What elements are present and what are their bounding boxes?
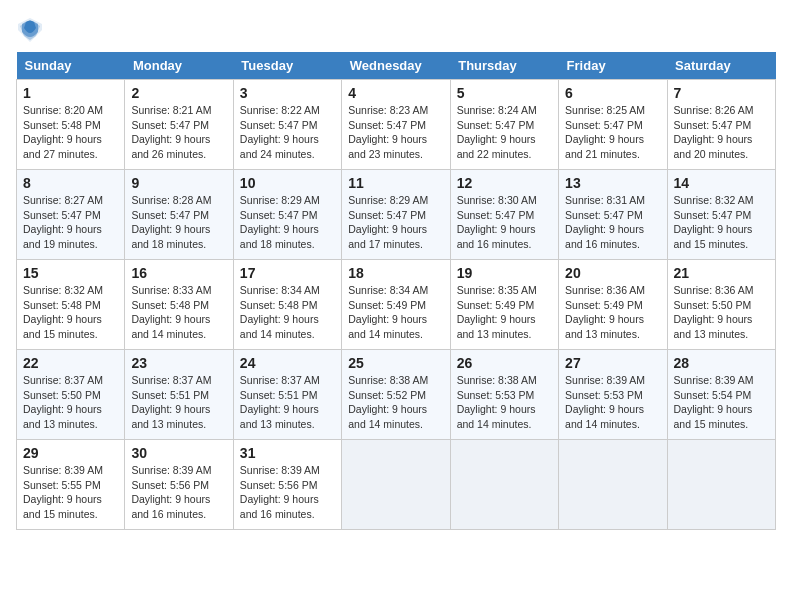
day-number: 11: [348, 175, 443, 191]
day-info: Sunrise: 8:39 AM Sunset: 5:53 PM Dayligh…: [565, 373, 660, 432]
day-number: 1: [23, 85, 118, 101]
calendar-cell: 9 Sunrise: 8:28 AM Sunset: 5:47 PM Dayli…: [125, 170, 233, 260]
weekday-header-thursday: Thursday: [450, 52, 558, 80]
day-info: Sunrise: 8:36 AM Sunset: 5:50 PM Dayligh…: [674, 283, 769, 342]
day-info: Sunrise: 8:38 AM Sunset: 5:52 PM Dayligh…: [348, 373, 443, 432]
calendar-cell: 2 Sunrise: 8:21 AM Sunset: 5:47 PM Dayli…: [125, 80, 233, 170]
weekday-header-saturday: Saturday: [667, 52, 775, 80]
day-info: Sunrise: 8:39 AM Sunset: 5:55 PM Dayligh…: [23, 463, 118, 522]
day-number: 17: [240, 265, 335, 281]
day-info: Sunrise: 8:37 AM Sunset: 5:51 PM Dayligh…: [240, 373, 335, 432]
day-info: Sunrise: 8:21 AM Sunset: 5:47 PM Dayligh…: [131, 103, 226, 162]
calendar-cell: 31 Sunrise: 8:39 AM Sunset: 5:56 PM Dayl…: [233, 440, 341, 530]
day-number: 2: [131, 85, 226, 101]
calendar-cell: 14 Sunrise: 8:32 AM Sunset: 5:47 PM Dayl…: [667, 170, 775, 260]
day-info: Sunrise: 8:22 AM Sunset: 5:47 PM Dayligh…: [240, 103, 335, 162]
day-info: Sunrise: 8:26 AM Sunset: 5:47 PM Dayligh…: [674, 103, 769, 162]
day-number: 21: [674, 265, 769, 281]
calendar-cell: 17 Sunrise: 8:34 AM Sunset: 5:48 PM Dayl…: [233, 260, 341, 350]
weekday-header-friday: Friday: [559, 52, 667, 80]
day-info: Sunrise: 8:20 AM Sunset: 5:48 PM Dayligh…: [23, 103, 118, 162]
day-number: 22: [23, 355, 118, 371]
weekday-header-tuesday: Tuesday: [233, 52, 341, 80]
day-info: Sunrise: 8:24 AM Sunset: 5:47 PM Dayligh…: [457, 103, 552, 162]
day-number: 20: [565, 265, 660, 281]
day-number: 30: [131, 445, 226, 461]
day-number: 19: [457, 265, 552, 281]
calendar-cell: 29 Sunrise: 8:39 AM Sunset: 5:55 PM Dayl…: [17, 440, 125, 530]
calendar-cell: 28 Sunrise: 8:39 AM Sunset: 5:54 PM Dayl…: [667, 350, 775, 440]
weekday-header-wednesday: Wednesday: [342, 52, 450, 80]
day-number: 18: [348, 265, 443, 281]
calendar-cell: 10 Sunrise: 8:29 AM Sunset: 5:47 PM Dayl…: [233, 170, 341, 260]
day-number: 4: [348, 85, 443, 101]
calendar-cell: 7 Sunrise: 8:26 AM Sunset: 5:47 PM Dayli…: [667, 80, 775, 170]
day-info: Sunrise: 8:37 AM Sunset: 5:51 PM Dayligh…: [131, 373, 226, 432]
calendar-cell: 1 Sunrise: 8:20 AM Sunset: 5:48 PM Dayli…: [17, 80, 125, 170]
page-header: [16, 16, 776, 44]
weekday-header-row: SundayMondayTuesdayWednesdayThursdayFrid…: [17, 52, 776, 80]
day-info: Sunrise: 8:23 AM Sunset: 5:47 PM Dayligh…: [348, 103, 443, 162]
day-number: 15: [23, 265, 118, 281]
day-info: Sunrise: 8:39 AM Sunset: 5:54 PM Dayligh…: [674, 373, 769, 432]
day-info: Sunrise: 8:30 AM Sunset: 5:47 PM Dayligh…: [457, 193, 552, 252]
calendar-week-row: 29 Sunrise: 8:39 AM Sunset: 5:55 PM Dayl…: [17, 440, 776, 530]
calendar-cell: [667, 440, 775, 530]
weekday-header-sunday: Sunday: [17, 52, 125, 80]
calendar-cell: 5 Sunrise: 8:24 AM Sunset: 5:47 PM Dayli…: [450, 80, 558, 170]
calendar-week-row: 15 Sunrise: 8:32 AM Sunset: 5:48 PM Dayl…: [17, 260, 776, 350]
day-number: 3: [240, 85, 335, 101]
day-info: Sunrise: 8:32 AM Sunset: 5:48 PM Dayligh…: [23, 283, 118, 342]
day-info: Sunrise: 8:36 AM Sunset: 5:49 PM Dayligh…: [565, 283, 660, 342]
day-info: Sunrise: 8:39 AM Sunset: 5:56 PM Dayligh…: [131, 463, 226, 522]
day-info: Sunrise: 8:29 AM Sunset: 5:47 PM Dayligh…: [348, 193, 443, 252]
day-info: Sunrise: 8:38 AM Sunset: 5:53 PM Dayligh…: [457, 373, 552, 432]
day-number: 25: [348, 355, 443, 371]
calendar-cell: 8 Sunrise: 8:27 AM Sunset: 5:47 PM Dayli…: [17, 170, 125, 260]
calendar-cell: [342, 440, 450, 530]
logo-icon: [16, 16, 44, 44]
calendar-cell: 30 Sunrise: 8:39 AM Sunset: 5:56 PM Dayl…: [125, 440, 233, 530]
day-number: 13: [565, 175, 660, 191]
day-number: 31: [240, 445, 335, 461]
calendar-cell: 26 Sunrise: 8:38 AM Sunset: 5:53 PM Dayl…: [450, 350, 558, 440]
day-info: Sunrise: 8:31 AM Sunset: 5:47 PM Dayligh…: [565, 193, 660, 252]
calendar-week-row: 1 Sunrise: 8:20 AM Sunset: 5:48 PM Dayli…: [17, 80, 776, 170]
calendar-cell: 6 Sunrise: 8:25 AM Sunset: 5:47 PM Dayli…: [559, 80, 667, 170]
logo: [16, 16, 48, 44]
day-number: 6: [565, 85, 660, 101]
day-info: Sunrise: 8:28 AM Sunset: 5:47 PM Dayligh…: [131, 193, 226, 252]
calendar-cell: 16 Sunrise: 8:33 AM Sunset: 5:48 PM Dayl…: [125, 260, 233, 350]
calendar-cell: 3 Sunrise: 8:22 AM Sunset: 5:47 PM Dayli…: [233, 80, 341, 170]
day-info: Sunrise: 8:27 AM Sunset: 5:47 PM Dayligh…: [23, 193, 118, 252]
day-number: 5: [457, 85, 552, 101]
calendar-week-row: 8 Sunrise: 8:27 AM Sunset: 5:47 PM Dayli…: [17, 170, 776, 260]
day-number: 16: [131, 265, 226, 281]
day-number: 24: [240, 355, 335, 371]
calendar-week-row: 22 Sunrise: 8:37 AM Sunset: 5:50 PM Dayl…: [17, 350, 776, 440]
day-info: Sunrise: 8:25 AM Sunset: 5:47 PM Dayligh…: [565, 103, 660, 162]
day-info: Sunrise: 8:33 AM Sunset: 5:48 PM Dayligh…: [131, 283, 226, 342]
day-number: 23: [131, 355, 226, 371]
calendar-table: SundayMondayTuesdayWednesdayThursdayFrid…: [16, 52, 776, 530]
day-number: 14: [674, 175, 769, 191]
day-info: Sunrise: 8:39 AM Sunset: 5:56 PM Dayligh…: [240, 463, 335, 522]
day-number: 12: [457, 175, 552, 191]
day-number: 9: [131, 175, 226, 191]
day-number: 8: [23, 175, 118, 191]
calendar-cell: 22 Sunrise: 8:37 AM Sunset: 5:50 PM Dayl…: [17, 350, 125, 440]
day-info: Sunrise: 8:32 AM Sunset: 5:47 PM Dayligh…: [674, 193, 769, 252]
calendar-cell: 20 Sunrise: 8:36 AM Sunset: 5:49 PM Dayl…: [559, 260, 667, 350]
day-number: 26: [457, 355, 552, 371]
day-number: 7: [674, 85, 769, 101]
calendar-cell: 24 Sunrise: 8:37 AM Sunset: 5:51 PM Dayl…: [233, 350, 341, 440]
calendar-cell: [559, 440, 667, 530]
calendar-cell: 18 Sunrise: 8:34 AM Sunset: 5:49 PM Dayl…: [342, 260, 450, 350]
calendar-cell: 21 Sunrise: 8:36 AM Sunset: 5:50 PM Dayl…: [667, 260, 775, 350]
calendar-cell: 13 Sunrise: 8:31 AM Sunset: 5:47 PM Dayl…: [559, 170, 667, 260]
day-info: Sunrise: 8:35 AM Sunset: 5:49 PM Dayligh…: [457, 283, 552, 342]
calendar-cell: 19 Sunrise: 8:35 AM Sunset: 5:49 PM Dayl…: [450, 260, 558, 350]
day-number: 29: [23, 445, 118, 461]
day-info: Sunrise: 8:29 AM Sunset: 5:47 PM Dayligh…: [240, 193, 335, 252]
calendar-cell: 4 Sunrise: 8:23 AM Sunset: 5:47 PM Dayli…: [342, 80, 450, 170]
